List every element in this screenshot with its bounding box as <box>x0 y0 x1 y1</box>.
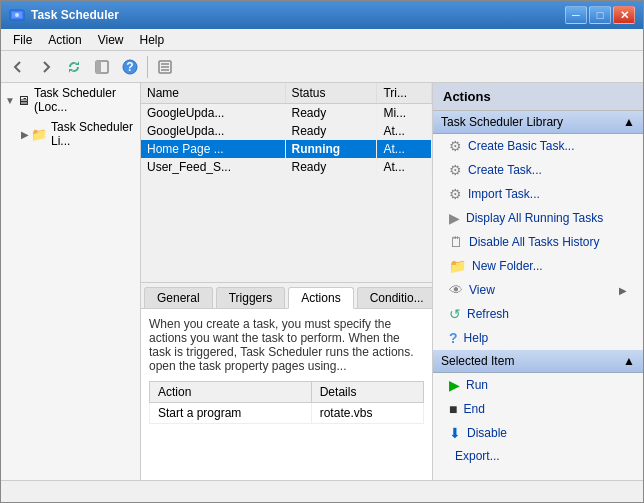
tab-triggers[interactable]: Triggers <box>216 287 286 308</box>
tab-actions[interactable]: Actions <box>288 287 353 309</box>
maximize-button[interactable]: □ <box>589 6 611 24</box>
status-bar <box>1 480 643 502</box>
action-item-0-2[interactable]: ⚙Import Task... <box>433 182 643 206</box>
action-label-0-2: Import Task... <box>468 187 540 201</box>
disable-icon: ⬇ <box>449 425 461 441</box>
tab-content: When you create a task, you must specify… <box>141 309 432 480</box>
toolbar: ? <box>1 51 643 83</box>
show-hide-button[interactable] <box>89 54 115 80</box>
right-panel: Actions Task Scheduler Library▲⚙Create B… <box>433 83 643 480</box>
left-panel: ▼ 🖥 Task Scheduler (Loc... ▶ 📁 Task Sche… <box>1 83 141 480</box>
help-toolbar-button[interactable]: ? <box>117 54 143 80</box>
section-collapse-icon-1: ▲ <box>623 354 635 368</box>
forward-button[interactable] <box>33 54 59 80</box>
minimize-button[interactable]: ─ <box>565 6 587 24</box>
action-label-0-4: Disable All Tasks History <box>469 235 600 249</box>
action-label-0-6: View <box>469 283 495 297</box>
center-panel: Name Status Tri... GoogleUpda...ReadyMi.… <box>141 83 433 480</box>
title-bar: Task Scheduler ─ □ ✕ <box>1 1 643 29</box>
col-name[interactable]: Name <box>141 83 285 104</box>
refresh-toolbar-button[interactable] <box>61 54 87 80</box>
tab-conditions[interactable]: Conditio... <box>357 287 432 308</box>
action-item-1-3[interactable]: Export... <box>433 445 643 467</box>
stop-icon: ■ <box>449 401 457 417</box>
tree-item-root-label: Task Scheduler (Loc... <box>34 86 136 114</box>
action-item-1-0[interactable]: ▶Run <box>433 373 643 397</box>
action-item-0-3[interactable]: ▶Display All Running Tasks <box>433 206 643 230</box>
action-item-0-0[interactable]: ⚙Create Basic Task... <box>433 134 643 158</box>
action-item-0-6[interactable]: 👁View▶ <box>433 278 643 302</box>
action-col-action: Action <box>150 382 312 403</box>
table-row[interactable]: GoogleUpda...ReadyAt... <box>141 122 432 140</box>
tree-item-root[interactable]: ▼ 🖥 Task Scheduler (Loc... <box>1 83 140 117</box>
action-label-0-8: Help <box>464 331 489 345</box>
table-row[interactable]: GoogleUpda...ReadyMi... <box>141 104 432 123</box>
close-button[interactable]: ✕ <box>613 6 635 24</box>
refresh-icon: ↺ <box>449 306 461 322</box>
window-icon <box>9 7 25 23</box>
section-header-0[interactable]: Task Scheduler Library▲ <box>433 111 643 134</box>
action-item-0-5[interactable]: 📁New Folder... <box>433 254 643 278</box>
back-button[interactable] <box>5 54 31 80</box>
table-row[interactable]: User_Feed_S...ReadyAt... <box>141 158 432 176</box>
menu-action[interactable]: Action <box>40 31 89 49</box>
action-col-details: Details <box>311 382 423 403</box>
help-icon: ? <box>449 330 458 346</box>
properties-button[interactable] <box>152 54 178 80</box>
expand-icon-library: ▶ <box>21 129 29 140</box>
svg-text:?: ? <box>126 60 133 74</box>
action-label-0-3: Display All Running Tasks <box>466 211 603 225</box>
action-item-0-1[interactable]: ⚙Create Task... <box>433 158 643 182</box>
table-row[interactable]: Home Page ...RunningAt... <box>141 140 432 158</box>
action-item-1-1[interactable]: ■End <box>433 397 643 421</box>
main-area: ▼ 🖥 Task Scheduler (Loc... ▶ 📁 Task Sche… <box>1 83 643 480</box>
section-header-1[interactable]: Selected Item▲ <box>433 350 643 373</box>
section-collapse-icon-0: ▲ <box>623 115 635 129</box>
submenu-arrow-icon: ▶ <box>619 285 627 296</box>
menu-bar: File Action View Help <box>1 29 643 51</box>
view-icon: 👁 <box>449 282 463 298</box>
action-label-1-0: Run <box>466 378 488 392</box>
tree-item-library[interactable]: ▶ 📁 Task Scheduler Li... <box>1 117 140 151</box>
svg-point-2 <box>15 13 19 17</box>
action-item-0-8[interactable]: ?Help <box>433 326 643 350</box>
detail-description: When you create a task, you must specify… <box>149 317 424 373</box>
gear-icon: ⚙ <box>449 138 462 154</box>
action-label-0-7: Refresh <box>467 307 509 321</box>
col-status[interactable]: Status <box>285 83 377 104</box>
folder-icon: 📁 <box>31 127 47 142</box>
tab-general[interactable]: General <box>144 287 213 308</box>
action-item-0-7[interactable]: ↺Refresh <box>433 302 643 326</box>
action-table: Action Details Start a programrotate.vbs <box>149 381 424 424</box>
main-window: Task Scheduler ─ □ ✕ File Action View He… <box>0 0 644 503</box>
actions-sections: Task Scheduler Library▲⚙Create Basic Tas… <box>433 111 643 467</box>
action-label-1-1: End <box>463 402 484 416</box>
tab-bar: General Triggers Actions Conditio... ... <box>141 283 432 309</box>
expand-icon: ▼ <box>5 95 15 106</box>
gear-icon: ⚙ <box>449 162 462 178</box>
svg-rect-4 <box>96 61 101 73</box>
gear-icon: ⚙ <box>449 186 462 202</box>
folder-icon: 📁 <box>449 258 466 274</box>
action-item-1-2[interactable]: ⬇Disable <box>433 421 643 445</box>
action-label-1-3: Export... <box>455 449 500 463</box>
section-label-0: Task Scheduler Library <box>441 115 563 129</box>
history-icon: 🗒 <box>449 234 463 250</box>
detail-panel: General Triggers Actions Conditio... ...… <box>141 283 432 480</box>
task-list[interactable]: Name Status Tri... GoogleUpda...ReadyMi.… <box>141 83 432 283</box>
tree-item-library-label: Task Scheduler Li... <box>51 120 136 148</box>
menu-view[interactable]: View <box>90 31 132 49</box>
menu-file[interactable]: File <box>5 31 40 49</box>
action-table-row: Start a programrotate.vbs <box>150 403 424 424</box>
col-trigger[interactable]: Tri... <box>377 83 432 104</box>
window-title: Task Scheduler <box>31 8 565 22</box>
action-label-0-0: Create Basic Task... <box>468 139 575 153</box>
action-item-0-4[interactable]: 🗒Disable All Tasks History <box>433 230 643 254</box>
menu-help[interactable]: Help <box>132 31 173 49</box>
run-icon: ▶ <box>449 210 460 226</box>
computer-icon: 🖥 <box>17 93 30 108</box>
action-label-1-2: Disable <box>467 426 507 440</box>
actions-header: Actions <box>433 83 643 111</box>
action-label-0-1: Create Task... <box>468 163 542 177</box>
toolbar-separator <box>147 56 148 78</box>
